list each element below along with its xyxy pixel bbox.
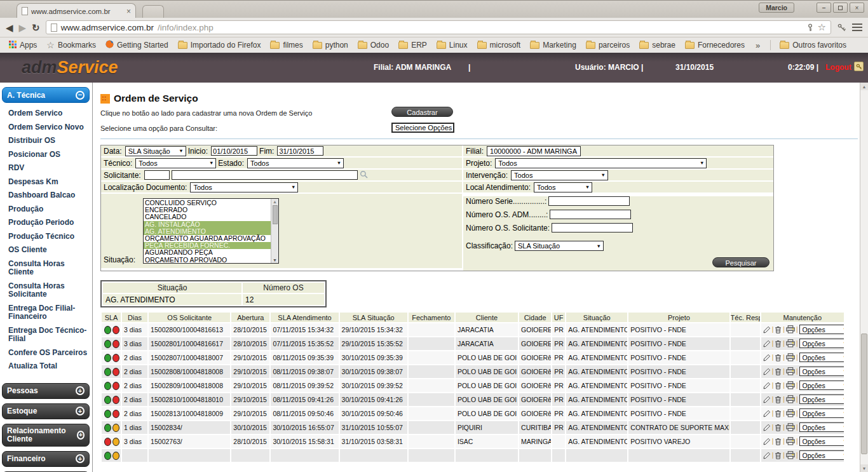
- print-icon[interactable]: [786, 325, 795, 334]
- edit-icon[interactable]: [763, 340, 771, 347]
- sidebar-item[interactable]: Ordem Servico: [8, 109, 90, 118]
- sidebar-section[interactable]: Relacionamento Cliente: [2, 424, 90, 447]
- sidebar-section[interactable]: Pessoas: [2, 383, 90, 399]
- window-close-button[interactable]: [850, 3, 864, 13]
- bookmark-item[interactable]: ERP: [395, 40, 431, 50]
- delete-icon[interactable]: [775, 396, 782, 403]
- print-icon[interactable]: [786, 423, 795, 431]
- delete-icon[interactable]: [775, 368, 782, 375]
- edit-icon[interactable]: [763, 354, 771, 361]
- print-icon[interactable]: [786, 381, 795, 389]
- url-bar[interactable]: www.admservice.com.br/info/index.php: [46, 20, 831, 34]
- opcoes-select[interactable]: Opções: [799, 325, 844, 334]
- inicio-input[interactable]: [211, 146, 257, 156]
- new-tab-button[interactable]: [142, 5, 164, 18]
- situacao-option[interactable]: AGUARDANDO PEÇA: [144, 249, 271, 256]
- scrollbar-thumb[interactable]: [861, 334, 867, 454]
- opcoes-select[interactable]: Opções: [799, 394, 844, 404]
- sidebar-section[interactable]: Financeiro: [2, 451, 90, 467]
- opcoes-select[interactable]: Opções: [799, 408, 844, 418]
- solicitante-code-input[interactable]: [144, 170, 170, 180]
- situacao-listbox[interactable]: CONCLUIDO SERVIÇOENCERRADOCANCELADOAG. I…: [143, 198, 279, 264]
- back-button[interactable]: [6, 23, 13, 32]
- edit-icon[interactable]: [763, 438, 771, 445]
- projeto-select[interactable]: Todos: [495, 158, 707, 168]
- numero-serie-input[interactable]: [548, 196, 630, 206]
- sidebar-item[interactable]: Produção Periodo: [8, 219, 90, 227]
- fim-input[interactable]: [277, 146, 323, 156]
- pesquisar-button[interactable]: Pesquisar: [712, 257, 770, 267]
- keys-icon[interactable]: [837, 23, 846, 32]
- bookmark-item[interactable]: microsoft: [473, 40, 525, 50]
- sidebar-item[interactable]: Despesas Km: [8, 178, 90, 187]
- sidebar-item[interactable]: Posicionar OS: [8, 151, 90, 159]
- scrollbar-up-button[interactable]: [860, 83, 868, 90]
- tab-close-icon[interactable]: [126, 7, 131, 16]
- search-icon[interactable]: [360, 170, 368, 180]
- edit-icon[interactable]: [763, 452, 771, 459]
- forward-button[interactable]: [19, 23, 27, 32]
- cadastrar-button[interactable]: Cadastrar: [391, 107, 453, 117]
- bookmarks-button[interactable]: Bookmarks: [43, 39, 100, 51]
- edit-icon[interactable]: [763, 368, 771, 375]
- bookmark-item[interactable]: Linux: [433, 40, 471, 50]
- bookmark-item[interactable]: Marketing: [526, 40, 580, 50]
- bookmark-item[interactable]: Odoo: [354, 40, 393, 50]
- profile-button[interactable]: Marcio: [759, 3, 794, 13]
- sidebar-item[interactable]: Atualiza Total: [8, 362, 90, 371]
- edit-icon[interactable]: [763, 410, 771, 417]
- sidebar-item[interactable]: Consulta Horas Solicitante: [8, 282, 90, 299]
- bookmark-star-icon[interactable]: [818, 22, 826, 33]
- sidebar-item[interactable]: Distribuir OS: [8, 137, 90, 145]
- browser-tab[interactable]: www.admservice.com.br: [17, 3, 136, 18]
- opcoes-select[interactable]: Opções: [799, 450, 844, 460]
- situacao-option[interactable]: ORÇAMENTO APROVADO: [144, 257, 271, 263]
- print-icon[interactable]: [786, 353, 795, 361]
- numero-os-solicitante-input[interactable]: [552, 223, 633, 233]
- sidebar-item[interactable]: RDV: [8, 164, 90, 173]
- sidebar-section[interactable]: Estoque: [2, 403, 90, 419]
- localizacao-select[interactable]: Todos: [190, 182, 298, 192]
- opcoes-select[interactable]: Opções: [799, 422, 844, 432]
- solicitante-name-input[interactable]: [172, 170, 358, 180]
- bookmark-item[interactable]: parceiros: [582, 40, 634, 50]
- sidebar-item[interactable]: OS Cliente: [8, 246, 90, 255]
- opcoes-select[interactable]: Opções: [799, 381, 844, 390]
- reload-button[interactable]: [32, 23, 40, 32]
- sidebar-item[interactable]: Ordem Servico Novo: [8, 123, 90, 132]
- delete-icon[interactable]: [775, 438, 782, 445]
- sidebar-item[interactable]: Consulta Horas Cliente: [8, 260, 90, 277]
- sidebar-item[interactable]: Entrega Doc Filial-Financeiro: [8, 304, 90, 321]
- bookmark-item[interactable]: python: [309, 40, 352, 50]
- tecnico-select[interactable]: Todos: [135, 158, 216, 168]
- bookmark-item[interactable]: Getting Started: [102, 39, 172, 51]
- filial-select[interactable]: 10000000 - ADM MARINGA: [487, 146, 581, 156]
- sidebar-item[interactable]: Confere OS Parceiros: [8, 349, 90, 358]
- bookmark-item[interactable]: filmes: [266, 40, 306, 50]
- logout-link[interactable]: Logout: [825, 63, 851, 72]
- opcoes-select[interactable]: Opções: [799, 353, 844, 362]
- listbox-scrollbar[interactable]: [271, 199, 278, 263]
- bookmark-item[interactable]: Importado do Firefox: [174, 40, 265, 50]
- local-atendimento-select[interactable]: Todos: [534, 182, 592, 192]
- print-icon[interactable]: [786, 339, 795, 347]
- window-minimize-button[interactable]: [817, 3, 831, 13]
- delete-icon[interactable]: [775, 452, 782, 459]
- print-icon[interactable]: [786, 409, 795, 417]
- opcoes-select[interactable]: Opções: [799, 436, 844, 446]
- logout-key-icon[interactable]: [854, 62, 864, 71]
- delete-icon[interactable]: [775, 410, 782, 417]
- sidebar-section-tecnica[interactable]: A. Técnica: [2, 87, 90, 103]
- edit-icon[interactable]: [763, 424, 771, 431]
- consultar-select[interactable]: Selecione Opções: [391, 123, 454, 133]
- bookmark-item[interactable]: Fornecedores: [681, 40, 749, 50]
- delete-icon[interactable]: [775, 340, 782, 347]
- delete-icon[interactable]: [775, 382, 782, 389]
- page-scrollbar[interactable]: [860, 83, 868, 472]
- sidebar-item[interactable]: Produção: [8, 205, 90, 214]
- data-select[interactable]: SLA Situação: [125, 146, 186, 156]
- edit-icon[interactable]: [763, 396, 771, 403]
- bookmark-item[interactable]: sebrae: [635, 40, 679, 50]
- bookmarks-overflow-chevron[interactable]: »: [750, 41, 765, 50]
- key-icon[interactable]: [806, 24, 814, 32]
